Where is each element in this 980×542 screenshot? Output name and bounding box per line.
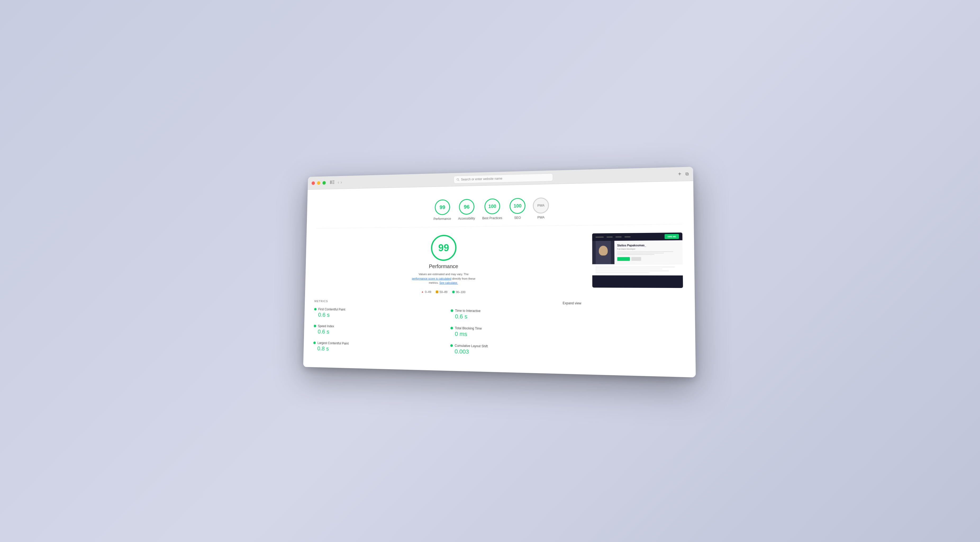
score-item-accessibility: 96 Accessibility [458, 199, 475, 220]
seo-score-label: SEO [514, 216, 521, 220]
metric-cls-name: Cumulative Layout Shift [455, 344, 488, 348]
main-score-title: Performance [429, 264, 458, 270]
metric-tbt-dot [450, 327, 453, 329]
score-item-pwa: PWA PWA [533, 198, 549, 219]
legend-average: 50–89 [436, 290, 447, 293]
description-link: performance score is calculated [412, 277, 451, 280]
metrics-section: METRICS Expand view First Contentful Pai… [313, 297, 582, 358]
metrics-header: METRICS Expand view [314, 299, 581, 305]
best-practices-score-circle[interactable]: 100 [484, 198, 500, 214]
fail-range: 0–49 [425, 290, 431, 293]
legend-pass: 90–100 [452, 290, 466, 293]
accessibility-score-value: 96 [464, 204, 469, 210]
best-practices-score-label: Best Practices [482, 216, 503, 220]
metrics-section-title: METRICS [314, 300, 328, 303]
address-bar[interactable]: Search or enter website name [453, 173, 553, 184]
average-range: 50–89 [439, 290, 447, 293]
left-panel: 99 Performance Values are estimated and … [313, 234, 582, 358]
accessibility-score-label: Accessibility [458, 217, 475, 220]
main-score-container: 99 Performance Values are estimated and … [315, 234, 581, 294]
svg-rect-0 [330, 180, 332, 184]
back-button[interactable]: ‹ [337, 180, 339, 185]
maximize-button[interactable] [323, 181, 326, 185]
metric-tti-name: Time to Interactive [455, 309, 481, 313]
metric-si: Speed Index 0.6 s [313, 324, 435, 337]
metric-lcp: Largest Contentful Paint 0.8 s [313, 341, 435, 354]
metric-si-name: Speed Index [318, 324, 334, 328]
svg-line-5 [458, 180, 459, 181]
metric-tbt: Total Blocking Time 0 ms [450, 326, 581, 340]
metric-cls: Cumulative Layout Shift 0.003 [450, 344, 581, 357]
close-button[interactable] [312, 181, 315, 185]
metric-tbt-name: Total Blocking Time [455, 326, 482, 330]
performance-score-link[interactable]: performance score is calculated [412, 277, 451, 280]
website-screenshot: HIRE ME Stelios Papakoumas_ Full-Stack D… [592, 233, 683, 288]
description-start: Values are estimated and may vary. The [418, 273, 469, 276]
pwa-score-circle[interactable]: PWA [533, 198, 549, 214]
right-panel: HIRE ME Stelios Papakoumas_ Full-Stack D… [592, 233, 684, 360]
pass-icon [452, 290, 455, 293]
svg-rect-3 [332, 183, 334, 184]
performance-score-circle[interactable]: 99 [435, 199, 450, 215]
performance-score-value: 99 [439, 204, 445, 210]
metric-si-dot [314, 325, 316, 327]
metric-tti-value: 0.6 s [450, 313, 581, 322]
legend-fail: ▲ 0–49 [421, 290, 431, 293]
minimize-button[interactable] [317, 181, 320, 185]
score-description: Values are estimated and may vary. The p… [410, 272, 477, 285]
svg-rect-1 [332, 180, 334, 181]
metric-cls-dot [450, 344, 453, 347]
copy-button[interactable]: ⧉ [685, 172, 689, 177]
metric-fcp-value: 0.6 s [314, 311, 435, 320]
search-icon [457, 178, 460, 181]
performance-score-label: Performance [434, 217, 451, 221]
seo-score-circle[interactable]: 100 [509, 198, 525, 214]
browser-window: ‹ › Search or enter website name + ⧉ 99 [303, 167, 696, 378]
scores-row: 99 Performance 96 Accessibility 100 Best… [316, 190, 682, 229]
browser-content: 99 Performance 96 Accessibility 100 Best… [303, 181, 696, 378]
new-tab-button[interactable]: + [678, 171, 682, 177]
accessibility-score-circle[interactable]: 96 [459, 199, 474, 215]
main-area: 99 Performance Values are estimated and … [313, 225, 684, 366]
metric-fcp-dot [314, 308, 317, 311]
average-icon [436, 290, 438, 293]
metric-tbt-value: 0 ms [450, 330, 581, 340]
metric-tti-dot [450, 309, 453, 312]
metric-lcp-dot [313, 341, 316, 344]
svg-rect-2 [332, 182, 334, 183]
traffic-lights [312, 181, 326, 185]
see-calculator-text: See calculator. [439, 281, 458, 284]
see-calculator-link[interactable]: See calculator. [439, 281, 458, 284]
seo-score-value: 100 [514, 203, 522, 209]
address-bar-placeholder: Search or enter website name [461, 177, 502, 181]
metric-fcp-name: First Contentful Paint [318, 308, 345, 311]
score-item-seo: 100 SEO [509, 198, 525, 220]
main-score-circle: 99 [431, 235, 457, 261]
metric-tti: Time to Interactive 0.6 s [450, 309, 581, 322]
pwa-score-value: PWA [537, 204, 545, 207]
metric-lcp-name: Largest Contentful Paint [318, 341, 349, 345]
expand-view-button[interactable]: Expand view [563, 301, 581, 305]
browser-actions: + ⧉ [678, 171, 689, 177]
metrics-grid: First Contentful Paint 0.6 s Time to Int… [313, 307, 582, 357]
main-score-value: 99 [438, 242, 449, 253]
legend-row: ▲ 0–49 50–89 90–100 [421, 290, 465, 293]
best-practices-score-value: 100 [488, 204, 496, 209]
sidebar-toggle-icon[interactable] [330, 180, 334, 185]
fail-icon: ▲ [421, 290, 424, 293]
screenshot-subtitle: Full-Stack Developer [617, 248, 680, 250]
metric-fcp: First Contentful Paint 0.6 s [314, 307, 436, 319]
metric-si-value: 0.6 s [313, 328, 435, 337]
score-item-best-practices: 100 Best Practices [482, 198, 503, 220]
score-item-performance: 99 Performance [434, 199, 451, 221]
pass-range: 90–100 [456, 290, 465, 293]
screenshot-name: Stelios Papakoumas_ [617, 244, 680, 247]
pwa-score-label: PWA [537, 216, 544, 219]
nav-arrows: ‹ › [337, 180, 342, 185]
